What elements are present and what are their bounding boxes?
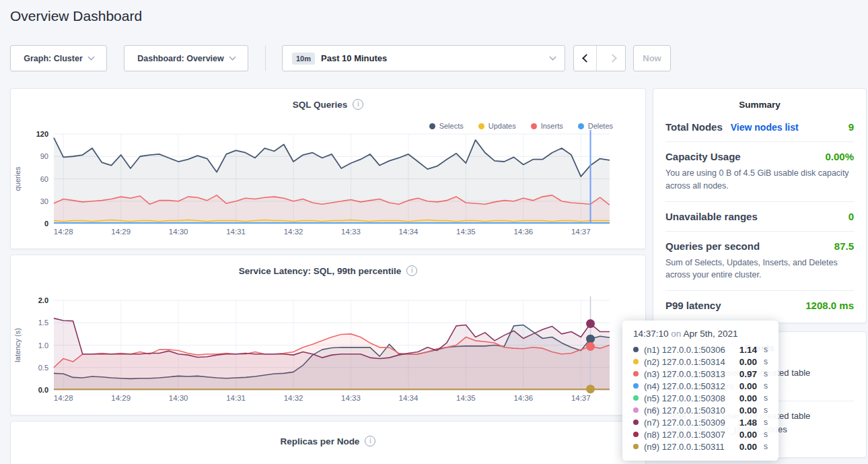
service-latency-card: Service Latency: SQL, 99th percentile i …: [10, 255, 646, 416]
x-axis-tick-label: 14:29: [111, 394, 131, 402]
chevron-left-icon: [582, 54, 591, 63]
info-icon[interactable]: i: [353, 99, 363, 110]
service-latency-chart[interactable]: 14:2814:2914:3014:3114:3214:3314:3414:35…: [11, 293, 644, 413]
series-dot: [633, 359, 639, 364]
chart-header: SQL Queries i: [11, 89, 645, 110]
next-time-button[interactable]: [603, 46, 625, 71]
x-axis-tick-label: 14:32: [284, 228, 303, 236]
now-button[interactable]: Now: [633, 45, 671, 71]
summary-panel: Summary Total Nodes View nodes list 9 Ca…: [653, 88, 867, 323]
summary-label: Unavailable ranges: [665, 211, 758, 222]
y-axis-tick-label: 0.0: [38, 386, 48, 394]
chevron-down-icon: [229, 54, 236, 61]
tooltip-node-label: (n3) 127.0.0.1:50313: [644, 369, 725, 379]
summary-row-queries-per-second: Queries per second 87.5 Sum of Selects, …: [665, 231, 854, 291]
time-step-buttons: [573, 45, 626, 71]
tooltip-value: 0.97: [739, 369, 757, 379]
summary-value: 0: [848, 211, 854, 222]
tooltip-unit: s: [764, 442, 768, 451]
tooltip-unit: s: [764, 393, 768, 403]
time-range-badge: 10m: [292, 53, 315, 65]
tooltip-node-label: (n7) 127.0.0.1:50309: [644, 418, 725, 428]
hover-dot: [586, 385, 595, 393]
tooltip-value: 0.00: [739, 381, 757, 391]
page-title: Overview Dashboard: [10, 8, 142, 24]
x-axis-tick-label: 14:34: [399, 394, 419, 402]
chevron-down-icon: [87, 54, 94, 61]
x-axis-tick-label: 14:35: [456, 228, 476, 236]
x-axis-tick-label: 14:36: [513, 228, 533, 236]
tooltip-value: 1.48: [739, 418, 757, 428]
x-axis-tick-label: 14:32: [284, 394, 303, 402]
time-range-picker[interactable]: 10m Past 10 Minutes: [282, 45, 565, 71]
tooltip-conjunction: on: [671, 329, 681, 339]
tooltip-unit: s: [764, 418, 768, 427]
replicas-per-node-card: Replicas per Node i: [10, 421, 646, 464]
chevron-right-icon: [608, 54, 617, 63]
graph-dropdown[interactable]: Graph: Cluster: [10, 45, 107, 71]
tooltip-node-label: (n6) 127.0.0.1:50310: [644, 405, 725, 416]
graph-dropdown-label: Graph: Cluster: [24, 54, 83, 63]
tooltip-unit: s: [764, 430, 768, 439]
chart-tooltip: 14:37:10 on Apr 5th, 2021 (n1) 127.0.0.1…: [622, 321, 779, 461]
tooltip-value: 1.14: [739, 345, 757, 355]
y-axis-label: queries: [13, 166, 22, 191]
y-axis-tick-label: 1.5: [38, 319, 48, 327]
x-axis-tick-label: 14:37: [571, 228, 591, 236]
tooltip-time: 14:37:10: [633, 329, 669, 339]
series-dot: [633, 444, 639, 449]
x-axis-tick-label: 14:35: [456, 394, 476, 402]
summary-row-unavailable-ranges: Unavailable ranges 0: [665, 201, 854, 231]
tooltip-row: (n1) 127.0.0.1:503061.14s: [633, 343, 768, 356]
info-icon[interactable]: i: [365, 436, 375, 446]
y-axis-label: latency (s): [13, 328, 22, 362]
y-axis-tick-label: 120: [36, 130, 48, 138]
tooltip-value: 0.00: [739, 405, 757, 416]
summary-title: Summary: [665, 89, 854, 112]
x-axis-tick-label: 14:33: [341, 394, 361, 402]
summary-value: 1208.0 ms: [805, 300, 854, 311]
tooltip-unit: s: [764, 345, 768, 354]
charts-column: SQL Queries i SelectsUpdatesInsertsDelet…: [10, 88, 646, 464]
tooltip-node-label: (n8) 127.0.0.1:50307: [644, 430, 725, 440]
hover-dot: [586, 335, 595, 343]
x-axis-tick-label: 14:29: [111, 228, 131, 236]
chart-title: SQL Queries: [293, 100, 348, 110]
summary-row-p99-latency: P99 latency 1208.0 ms: [665, 290, 854, 320]
tooltip-unit: s: [764, 357, 768, 366]
summary-value: 9: [848, 121, 854, 133]
chart-title: Service Latency: SQL, 99th percentile: [239, 266, 402, 276]
x-axis-tick-label: 14:30: [169, 228, 188, 236]
x-axis-tick-label: 14:28: [54, 394, 73, 402]
x-axis-tick-label: 14:28: [54, 228, 73, 236]
y-axis-tick-label: 60: [40, 175, 48, 183]
tooltip-timestamp: 14:37:10 on Apr 5th, 2021: [633, 329, 768, 339]
tooltip-row: (n6) 127.0.0.1:503100.00s: [633, 404, 768, 416]
tooltip-value: 0.00: [739, 393, 757, 403]
tooltip-row: (n9) 127.0.0.1:503110.00s: [633, 440, 768, 453]
tooltip-row: (n3) 127.0.0.1:503130.97s: [633, 368, 768, 380]
toolbar-divider: [265, 46, 266, 71]
tooltip-node-label: (n4) 127.0.0.1:50312: [644, 381, 725, 391]
series-dot: [633, 407, 639, 413]
x-axis-tick-label: 14:30: [169, 394, 188, 402]
prev-time-button[interactable]: [574, 46, 597, 71]
y-axis-tick-label: 30: [40, 197, 48, 205]
chevron-down-icon: [550, 54, 556, 61]
series-dot: [633, 420, 639, 425]
series-dot: [633, 383, 639, 389]
info-icon[interactable]: i: [406, 265, 417, 276]
dashboard-dropdown[interactable]: Dashboard: Overview: [124, 45, 248, 71]
series-dot: [633, 432, 639, 437]
summary-value: 0.00%: [825, 151, 854, 162]
tooltip-unit: s: [764, 405, 768, 415]
summary-row-capacity-usage: Capacity Usage 0.00% You are using 0 B o…: [665, 141, 854, 201]
tooltip-node-label: (n9) 127.0.0.1:50311: [644, 442, 725, 452]
y-axis-tick-label: 1.0: [38, 341, 48, 350]
summary-row-total-nodes: Total Nodes View nodes list 9: [665, 112, 854, 141]
time-range-label: Past 10 Minutes: [321, 53, 387, 63]
sql-queries-chart[interactable]: 14:2814:2914:3014:3114:3214:3314:3414:35…: [11, 127, 644, 246]
x-axis-tick-label: 14:31: [226, 394, 246, 402]
view-nodes-list-link[interactable]: View nodes list: [731, 122, 799, 133]
tooltip-row: (n2) 127.0.0.1:503140.00s: [633, 356, 768, 368]
